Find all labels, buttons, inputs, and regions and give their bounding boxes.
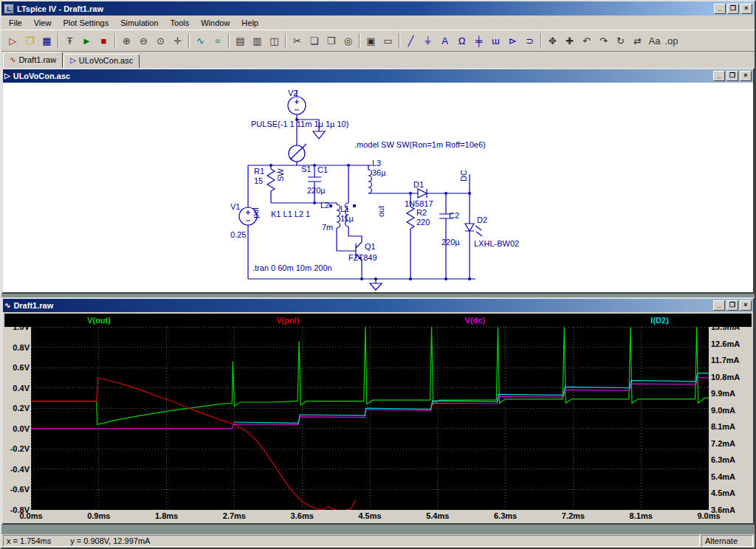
schematic-label[interactable]: C2 [449, 211, 459, 220]
tile-vertical-button[interactable]: ▥ [249, 32, 266, 49]
zoom-back-button[interactable]: ⊖ [135, 32, 152, 49]
plot-minimize-button[interactable]: _ [713, 300, 725, 311]
schematic-label[interactable]: R1 [254, 167, 264, 176]
inductor-button[interactable]: ɯ [487, 32, 504, 49]
save-button[interactable]: ▦ [38, 32, 55, 49]
switch-S1[interactable] [289, 144, 306, 162]
menu-simulation[interactable]: Simulation [114, 17, 164, 29]
schematic-label[interactable]: 36µ [372, 168, 386, 177]
schematic-label[interactable]: Q1 [365, 242, 376, 251]
pan-button[interactable]: ✛ [169, 32, 186, 49]
plot-settings-button[interactable]: ≈ [209, 32, 226, 49]
schematic-minimize-button[interactable]: _ [713, 71, 725, 81]
schematic-label[interactable]: FZT849 [348, 253, 377, 262]
schematic-label[interactable]: .model SW SW(Ron=1m Roff=10e6) [354, 140, 486, 149]
waveform-canvas[interactable] [31, 327, 709, 510]
paste-button[interactable]: ❒ [323, 32, 340, 49]
schematic-label[interactable]: S1 [301, 165, 311, 173]
menu-plot-settings[interactable]: Plot Settings [57, 17, 114, 29]
schematic-label[interactable]: C1 [317, 165, 328, 174]
schematic-label[interactable]: V1 [230, 202, 240, 211]
new-schematic-button[interactable]: ▷ [4, 32, 21, 49]
menu-tools[interactable]: Tools [165, 17, 196, 29]
trace-label-V(pol)[interactable]: V(pol) [276, 316, 299, 325]
schematic-label[interactable]: LXHL-BW02 [474, 239, 519, 248]
schematic-drawing[interactable]: V2PULSE(-1 1 11m 1µ 1µ 10).model SW SW(R… [3, 83, 753, 292]
schematic-label[interactable]: SW [276, 168, 285, 182]
schematic-titlebar[interactable]: ▷ ULoVoCon.asc _ ❐ × [3, 69, 753, 83]
schematic-label[interactable]: 220µ [307, 186, 326, 195]
schematic-close-button[interactable]: × [740, 71, 752, 81]
halt-simulation-button[interactable]: ■ [95, 32, 112, 49]
menu-window[interactable]: Window [195, 17, 236, 29]
print-button[interactable]: ▣ [362, 32, 379, 49]
diode-D1[interactable] [418, 189, 427, 198]
spice-directive-button[interactable]: .op [663, 32, 680, 49]
rotate-button[interactable]: ↻ [612, 32, 629, 49]
schematic-label[interactable]: 7m [322, 223, 333, 232]
resistor-R2[interactable] [407, 207, 414, 229]
waveform-plot[interactable] [31, 327, 709, 510]
minimize-button[interactable]: _ [714, 4, 726, 14]
cascade-windows-button[interactable]: ◫ [266, 32, 283, 49]
redo-button[interactable]: ↷ [595, 32, 612, 49]
maximize-button[interactable]: ❐ [727, 4, 739, 14]
resistor-R1[interactable] [267, 165, 275, 203]
move-button[interactable]: ✥ [544, 32, 561, 49]
trace-V(dc)[interactable] [31, 378, 709, 429]
find-button[interactable]: ◎ [340, 32, 357, 49]
close-button[interactable]: × [740, 4, 752, 14]
ground-button[interactable]: ⏚ [419, 32, 436, 49]
schematic-label[interactable]: 1N5817 [405, 199, 433, 208]
autorange-y-axis-button[interactable]: ∿ [192, 32, 209, 49]
net-label-button[interactable]: A [436, 32, 453, 49]
trace-V(pol)[interactable] [31, 378, 356, 510]
wire-button[interactable]: ╱ [402, 32, 419, 49]
plot-close-button[interactable]: × [740, 300, 752, 311]
left-axis[interactable]: 1.0V0.8V0.6V0.4V0.2V0.0V-0.2V-0.4V-0.6V-… [4, 327, 31, 510]
resistor-button[interactable]: Ω [453, 32, 470, 49]
schematic-label[interactable]: 11µ [340, 214, 354, 223]
plot-titlebar[interactable]: ∿ Draft1.raw _ ❐ × [3, 299, 753, 312]
text-button[interactable]: Aa [646, 32, 663, 49]
led-D2[interactable] [465, 224, 482, 236]
menu-help[interactable]: Help [236, 17, 264, 29]
zoom-in-button[interactable]: ⊕ [118, 32, 135, 49]
trace-label-V(out)[interactable]: V(out) [87, 316, 111, 325]
schematic-label[interactable]: L1 [340, 204, 349, 213]
drag-button[interactable]: ✚ [561, 32, 578, 49]
print-preview-button[interactable]: ▭ [379, 32, 396, 49]
capacitor-C1[interactable] [308, 177, 321, 182]
open-file-button[interactable]: ❐ [21, 32, 38, 49]
schematic-canvas[interactable]: V2PULSE(-1 1 11m 1µ 1µ 10).model SW SW(R… [3, 83, 753, 292]
schematic-label[interactable]: D2 [477, 215, 487, 224]
schematic-label[interactable]: DC [459, 170, 468, 182]
schematic-label[interactable]: L2 [320, 201, 329, 210]
schematic-label[interactable]: out [377, 206, 385, 217]
schematic-label[interactable]: 0.25 [230, 230, 246, 239]
schematic-label[interactable]: K1 L1 L2 1 [271, 210, 310, 218]
undo-button[interactable]: ↶ [578, 32, 595, 49]
trace-I(D2)[interactable] [233, 373, 709, 424]
copy-button[interactable]: ❏ [306, 32, 323, 49]
schematic-label[interactable]: V2 [288, 89, 298, 97]
schematic-label[interactable]: .tran 0 60m 10m 200n [252, 263, 332, 272]
zoom-full-extents-button[interactable]: ⊙ [152, 32, 169, 49]
tab-draft1.raw[interactable]: ∿Draft1.raw [3, 52, 63, 68]
menu-view[interactable]: View [28, 17, 58, 29]
trace-label-V(dc)[interactable]: V(dc) [465, 316, 486, 325]
capacitor-button[interactable]: ╪ [470, 32, 487, 49]
cut-button[interactable]: ✂ [289, 32, 306, 49]
trace-label-I(D2)[interactable]: I(D2) [650, 316, 668, 325]
schematic-label[interactable]: 15 [254, 176, 263, 185]
inductor-L3[interactable] [368, 165, 372, 193]
control-panel-button[interactable]: Ŧ [61, 32, 78, 49]
schematic-label[interactable]: R2 [416, 208, 427, 217]
tab-ulovocon.asc[interactable]: ▷ULoVoCon.asc [63, 54, 140, 68]
x-axis[interactable]: 0.0ms0.9ms1.8ms2.7ms3.6ms4.5ms5.4ms6.3ms… [4, 510, 752, 522]
tile-horizontal-button[interactable]: ▤ [232, 32, 249, 49]
voltage-source-V2[interactable] [288, 97, 306, 114]
schematic-label[interactable]: 220µ [441, 238, 460, 246]
mirror-button[interactable]: ⇄ [629, 32, 646, 49]
schematic-label[interactable]: pol [251, 207, 260, 218]
